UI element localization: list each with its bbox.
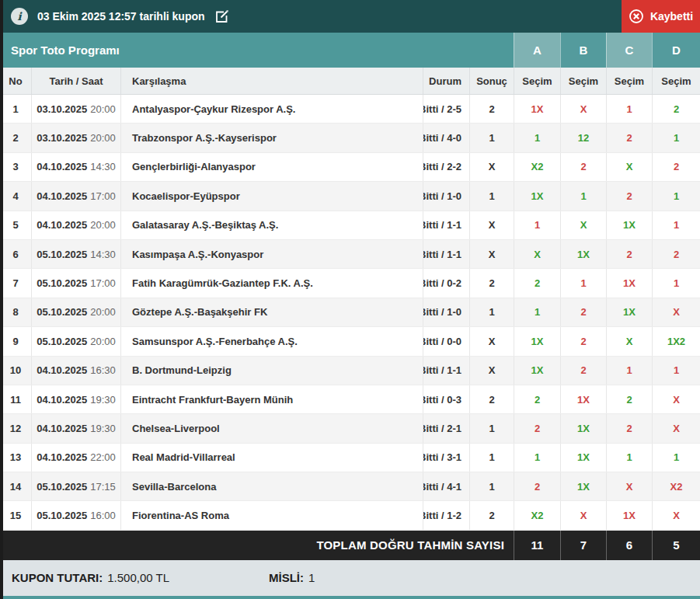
- match-name: Real Madrid-Villarreal: [120, 444, 423, 472]
- pick-column-a: X2: [514, 153, 560, 181]
- match-time: 20:00: [90, 219, 116, 231]
- match-datetime: 05.10.202520:00: [31, 298, 120, 326]
- match-status: Bitti / 1-1: [423, 211, 469, 239]
- pick-column-b: X: [560, 95, 606, 123]
- pick-column-a: 1: [514, 211, 560, 239]
- match-status: Bitti / 4-1: [423, 472, 469, 500]
- table-row: 5 04.10.202520:00 Galatasaray A.Ş.-Beşik…: [0, 211, 700, 240]
- total-correct-a: 11: [514, 531, 560, 560]
- pick-column-d: 2: [652, 240, 700, 268]
- match-status: Bitti / 0-3: [423, 385, 469, 413]
- row-number: 3: [0, 153, 31, 181]
- total-correct-b: 7: [560, 531, 606, 560]
- column-letter-c: C: [606, 33, 652, 68]
- pick-column-a: 2: [514, 385, 560, 413]
- match-datetime: 04.10.202519:30: [31, 414, 120, 442]
- match-result: 2: [469, 269, 514, 297]
- pick-column-d: 1X2: [652, 327, 700, 355]
- row-number: 8: [0, 298, 31, 326]
- row-number: 4: [0, 182, 31, 210]
- pick-column-d: 1: [652, 124, 700, 151]
- match-datetime: 04.10.202516:30: [31, 357, 120, 385]
- pick-column-c: 1: [606, 95, 652, 123]
- match-time: 17:15: [90, 481, 116, 493]
- table-row: 3 04.10.202514:30 Gençlerbirliği-Alanyas…: [0, 153, 700, 182]
- pick-column-c: 1X: [606, 298, 652, 326]
- pick-column-a: 1X: [514, 327, 560, 355]
- pick-column-b: 1X: [560, 385, 606, 413]
- match-datetime: 05.10.202514:30: [31, 240, 120, 268]
- match-result: X: [469, 240, 514, 268]
- table-row: 2 03.10.202520:00 Trabzonspor A.Ş.-Kayse…: [0, 124, 700, 152]
- match-name: Fiorentina-AS Roma: [120, 501, 423, 529]
- header-no: No: [0, 68, 31, 94]
- match-status: Bitti / 3-1: [423, 444, 469, 472]
- multiplier-label: MİSLİ:: [269, 571, 304, 584]
- pick-column-a: 2: [514, 414, 560, 442]
- match-time: 20:00: [90, 336, 116, 347]
- match-time: 22:00: [90, 451, 116, 463]
- match-time: 20:00: [90, 132, 116, 144]
- pick-column-b: 2: [560, 327, 606, 355]
- match-status: Bitti / 1-1: [423, 240, 469, 268]
- match-date: 04.10.2025: [37, 219, 87, 231]
- pick-column-c: 2: [606, 240, 652, 268]
- pick-column-a: 2: [514, 472, 560, 500]
- match-time: 17:00: [90, 277, 116, 289]
- match-date: 04.10.2025: [37, 364, 87, 376]
- info-icon[interactable]: i: [11, 8, 28, 25]
- pick-column-b: X: [560, 501, 606, 529]
- match-date: 04.10.2025: [37, 394, 87, 406]
- match-result: X: [469, 211, 514, 239]
- pick-column-b: 1X: [560, 472, 606, 500]
- coupon-panel: i 03 Ekim 2025 12:57 tarihli kupon Kaybe…: [0, 0, 700, 599]
- row-number: 1: [0, 95, 31, 123]
- match-date: 05.10.2025: [37, 510, 87, 521]
- pick-column-a: 1: [514, 124, 560, 151]
- total-correct-d: 5: [652, 531, 700, 560]
- row-number: 13: [0, 444, 31, 472]
- edit-icon[interactable]: [214, 9, 229, 24]
- header-match: Karşılaşma: [120, 68, 423, 94]
- match-result: X: [469, 357, 514, 385]
- pick-column-c: 1: [606, 444, 652, 472]
- match-date: 04.10.2025: [37, 451, 87, 463]
- pick-column-c: 2: [606, 182, 652, 210]
- row-number: 12: [0, 414, 31, 442]
- match-datetime: 05.10.202516:00: [31, 501, 120, 529]
- match-name: Antalyaspor-Çaykur Rizespor A.Ş.: [120, 95, 423, 123]
- match-datetime: 05.10.202520:00: [31, 327, 120, 355]
- match-name: Gençlerbirliği-Alanyaspor: [120, 153, 423, 181]
- header-pick-a: Seçim: [514, 68, 560, 94]
- match-status: Bitti / 0-2: [423, 269, 469, 297]
- match-name: Galatasaray A.Ş.-Beşiktaş A.Ş.: [120, 211, 423, 239]
- table-row: 13 04.10.202522:00 Real Madrid-Villarrea…: [0, 444, 700, 472]
- table-row: 14 05.10.202517:15 Sevilla-Barcelona Bit…: [0, 472, 700, 501]
- match-name: Eintracht Frankfurt-Bayern Münih: [120, 385, 423, 413]
- column-letter-d: D: [652, 33, 700, 68]
- left-border-strip: [0, 0, 3, 599]
- totals-bar: TOPLAM DOĞRU TAHMİN SAYISI 11 7 6 5: [0, 531, 700, 560]
- match-date: 03.10.2025: [37, 103, 87, 115]
- pick-column-a: X: [514, 240, 560, 268]
- pick-column-a: 2: [514, 269, 560, 297]
- match-time: 16:00: [90, 510, 116, 521]
- coupon-header-bar: i 03 Ekim 2025 12:57 tarihli kupon Kaybe…: [0, 0, 700, 33]
- pick-column-b: 1: [560, 269, 606, 297]
- match-status: Bitti / 4-0: [423, 124, 469, 151]
- match-time: 19:30: [90, 423, 116, 434]
- match-datetime: 05.10.202517:00: [31, 269, 120, 297]
- column-letter-a: A: [514, 33, 560, 68]
- match-datetime: 04.10.202520:00: [31, 211, 120, 239]
- pick-column-a: 1: [514, 298, 560, 326]
- pick-column-d: X: [652, 414, 700, 442]
- coupon-amount-label: KUPON TUTARI:: [12, 571, 103, 584]
- table-row: 9 05.10.202520:00 Samsunspor A.Ş.-Fenerb…: [0, 327, 700, 356]
- match-status: Bitti / 1-0: [423, 298, 469, 326]
- match-time: 17:00: [90, 190, 116, 202]
- match-time: 14:30: [90, 161, 116, 172]
- multiplier-block: MİSLİ: 1: [269, 571, 315, 584]
- pick-column-b: 1X: [560, 240, 606, 268]
- pick-column-d: X: [652, 298, 700, 326]
- match-time: 20:00: [90, 306, 116, 318]
